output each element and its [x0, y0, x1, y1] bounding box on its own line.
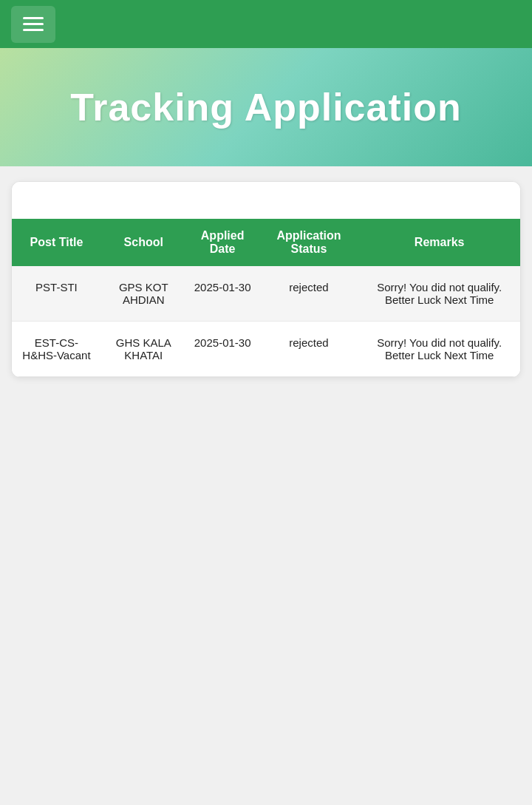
hamburger-line-1: [23, 17, 44, 19]
col-header-application-status: Application Status: [259, 219, 359, 266]
col-header-remarks: Remarks: [358, 219, 520, 266]
hamburger-button[interactable]: [11, 6, 55, 43]
cell-remarks-0: Sorry! You did not qualify. Better Luck …: [358, 266, 520, 322]
hero-banner: Tracking Application: [0, 48, 532, 166]
cell-school-1: GHS KALA KHATAI: [101, 322, 186, 377]
col-header-applied-date: Applied Date: [186, 219, 259, 266]
cell-remarks-1: Sorry! You did not qualify. Better Luck …: [358, 322, 520, 377]
applications-table: Post Title School Applied Date Applicati…: [12, 219, 520, 377]
col-header-post-title: Post Title: [12, 219, 101, 266]
cell-applied_date-0: 2025-01-30: [186, 266, 259, 322]
cell-school-0: GPS KOT AHDIAN: [101, 266, 186, 322]
cell-application_status-0: rejected: [259, 266, 359, 322]
hero-title: Tracking Application: [70, 85, 462, 129]
col-header-school: School: [101, 219, 186, 266]
table-row: PST-STIGPS KOT AHDIAN2025-01-30rejectedS…: [12, 266, 520, 322]
table-row: EST-CS-H&HS-VacantGHS KALA KHATAI2025-01…: [12, 322, 520, 377]
table-header-row: Post Title School Applied Date Applicati…: [12, 219, 520, 266]
main-card: Post Title School Applied Date Applicati…: [11, 181, 521, 378]
card-header-space: [12, 182, 520, 219]
navbar: [0, 0, 532, 48]
cell-applied_date-1: 2025-01-30: [186, 322, 259, 377]
cell-application_status-1: rejected: [259, 322, 359, 377]
cell-post_title-0: PST-STI: [12, 266, 101, 322]
hamburger-line-3: [23, 29, 44, 31]
cell-post_title-1: EST-CS-H&HS-Vacant: [12, 322, 101, 377]
hamburger-line-2: [23, 23, 44, 25]
